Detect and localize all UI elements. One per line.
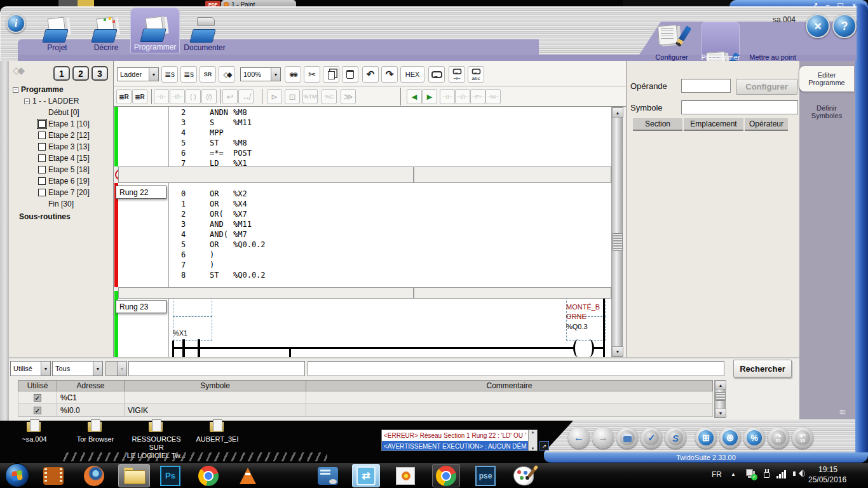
- editor-scrollbar[interactable]: ▲ ▼: [611, 107, 623, 357]
- search-input-2[interactable]: [308, 361, 724, 376]
- coil-icon[interactable]: [584, 339, 594, 357]
- scroll-thumb[interactable]: [613, 233, 623, 251]
- hex-toggle[interactable]: HEX: [400, 66, 424, 83]
- negated-coil-tool[interactable]: (/): [201, 89, 217, 104]
- collapse-icon[interactable]: −: [24, 98, 30, 104]
- open-contact-tool-2[interactable]: ⊣⊢: [440, 89, 455, 104]
- help-icon[interactable]: ?: [832, 14, 857, 38]
- zoom-select[interactable]: 100% ▼: [240, 67, 281, 81]
- tree-root[interactable]: − Programme: [10, 84, 113, 95]
- taskbar-photo-viewer[interactable]: [391, 464, 419, 487]
- taskbar-photoshop-elements[interactable]: pse: [471, 464, 499, 487]
- search-icon[interactable]: ◉◉: [285, 66, 301, 83]
- closed-contact-tool-2[interactable]: ⊣/⊢: [455, 89, 470, 104]
- volume-icon[interactable]: [793, 469, 804, 478]
- message-scrollbar[interactable]: ▲ ▼: [528, 430, 537, 451]
- taskbar-explorer[interactable]: [118, 464, 150, 487]
- link-icon[interactable]: ◇◆: [13, 65, 22, 76]
- language-indicator[interactable]: FR: [712, 470, 722, 479]
- symbols-table-header[interactable]: Utilisé: [18, 380, 57, 391]
- desktop-icon[interactable]: ~sa.004: [4, 419, 65, 460]
- ladder-cell[interactable]: [173, 316, 212, 341]
- action-center-icon[interactable]: ✓: [746, 469, 756, 479]
- language-select[interactable]: Ladder ▼: [117, 67, 159, 81]
- table-row[interactable]: ✓ %C1: [18, 391, 713, 404]
- main-nav-decrire[interactable]: Décrire: [81, 8, 131, 53]
- comment-contact-icon[interactable]: ⊣⊢: [449, 66, 465, 83]
- insert-sr-button[interactable]: SR: [200, 66, 216, 83]
- save-button[interactable]: [616, 427, 638, 449]
- nav-forward-button[interactable]: →: [592, 427, 614, 449]
- info-icon[interactable]: i: [6, 14, 25, 33]
- plc-to-pc-button[interactable]: ↶10: [792, 427, 813, 449]
- tree-step[interactable]: Fin [30]: [10, 198, 113, 210]
- tree-step[interactable]: Etape 4 [15]: [10, 152, 113, 164]
- operate-block-tool[interactable]: ⊡: [285, 89, 300, 104]
- insert-step-button[interactable]: ≣s: [161, 66, 178, 83]
- used-checkbox[interactable]: ✓: [34, 407, 41, 414]
- tree-step[interactable]: Etape 1 [10]: [10, 118, 113, 130]
- view-button[interactable]: 3: [92, 66, 108, 81]
- timer-block-tool[interactable]: %TM: [302, 89, 318, 104]
- counter-block-tool[interactable]: %C: [322, 89, 337, 104]
- message-log-overlay[interactable]: <ERREUR> Réseau Section 1 Rung 22 : 'LD'…: [381, 430, 538, 451]
- collapse-icon[interactable]: −: [13, 87, 18, 93]
- taskbar-firefox[interactable]: [80, 464, 108, 487]
- used-checkbox[interactable]: ✓: [34, 394, 41, 402]
- coil-icon[interactable]: [573, 339, 583, 357]
- symbols-table-header[interactable]: Adresse: [57, 380, 125, 391]
- mode-nav-programmer[interactable]: Programmer: [701, 53, 740, 61]
- operand-table-header[interactable]: Section: [633, 118, 682, 131]
- search-input-1[interactable]: [128, 361, 305, 376]
- contact-operand[interactable]: %X1: [173, 329, 187, 337]
- previous-rung-button[interactable]: ◀: [407, 89, 422, 104]
- rung-header-row[interactable]: [118, 166, 611, 183]
- insert-step-after-button[interactable]: ≣s: [180, 66, 197, 83]
- view-button[interactable]: 1: [53, 66, 70, 81]
- start-button[interactable]: [5, 463, 29, 487]
- insert-rung-button[interactable]: ≣R: [116, 89, 132, 104]
- taskbar-chrome[interactable]: [194, 464, 222, 487]
- used-filter-select[interactable]: Utilisé ▼: [10, 361, 51, 376]
- mode-nav-configurer[interactable]: Configurer: [655, 53, 688, 61]
- nav-back-button[interactable]: ←: [568, 427, 590, 449]
- coil-operand[interactable]: %Q0.3: [566, 323, 588, 330]
- taskbar-vlc[interactable]: [234, 464, 262, 487]
- connections-status-button[interactable]: ⊞: [695, 427, 717, 449]
- view-button[interactable]: 2: [72, 66, 89, 81]
- insert-rung-after-button[interactable]: ≣R: [132, 89, 147, 104]
- network-signal-icon[interactable]: [776, 469, 788, 478]
- open-contact-tool[interactable]: ⊣⊢: [154, 89, 169, 104]
- schneider-button[interactable]: S: [665, 427, 686, 449]
- rung22-label[interactable]: Rung 22: [116, 186, 166, 199]
- tree-step[interactable]: Etape 6 [19]: [10, 175, 113, 187]
- scroll-up-button[interactable]: ▲: [612, 107, 623, 118]
- coil-symbol[interactable]: MONTÉ_BORNE: [566, 302, 600, 322]
- il-block-rung22[interactable]: 0OR%X21OR%X42OR(%X73AND%M114AND(%M75OR%Q…: [118, 183, 611, 287]
- clock-time[interactable]: 19:15: [818, 465, 837, 474]
- paste-icon[interactable]: [342, 66, 358, 83]
- tree-section[interactable]: − 1 - - LADDER: [10, 95, 113, 107]
- next-rung-button[interactable]: ▶: [422, 89, 437, 104]
- taskbar-twidosuite[interactable]: ⇄: [352, 464, 380, 487]
- collapse-chevrons-icon[interactable]: ≋: [839, 407, 846, 417]
- taskbar-control-panel[interactable]: [314, 464, 342, 487]
- show-hidden-icons-button[interactable]: ▲: [731, 471, 736, 477]
- comment-icon[interactable]: [428, 66, 445, 83]
- taskbar-moviemaker[interactable]: [39, 464, 67, 487]
- popout-message-button[interactable]: ↗: [539, 441, 549, 451]
- rising-edge-contact-tool[interactable]: ⊣P⊢: [470, 89, 485, 104]
- operand-input[interactable]: [681, 79, 731, 93]
- symbols-table-header[interactable]: Symbole: [125, 380, 306, 391]
- table-row[interactable]: ✓ %I0.0 VIGIK: [18, 404, 713, 417]
- tree-step[interactable]: Etape 5 [18]: [10, 164, 113, 175]
- taskbar-photoshop[interactable]: Ps: [156, 464, 184, 487]
- search-button[interactable]: Rechercher: [733, 360, 792, 377]
- il-block-previous[interactable]: 2ANDN%M83S%M114MPP5ST%M86=*=POST7LD%X1: [118, 107, 611, 166]
- taskbar-paint[interactable]: [510, 464, 538, 487]
- tree-subroutines[interactable]: Sous-routines: [10, 211, 113, 222]
- right-panel-tab[interactable]: Editer Programme: [799, 66, 854, 92]
- undo-icon[interactable]: ↶: [362, 66, 379, 83]
- mode-nav-mettre-au-point[interactable]: Mettre au point: [749, 53, 796, 61]
- rung-header-row[interactable]: [118, 287, 611, 299]
